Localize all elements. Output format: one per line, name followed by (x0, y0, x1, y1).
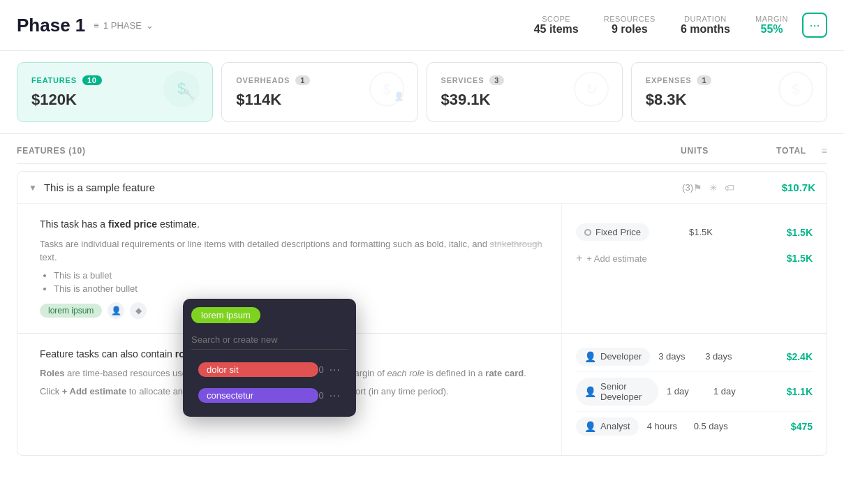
senior-developer-icon: 👤 (584, 386, 596, 397)
expenses-badge: 1 (697, 75, 711, 85)
features-section-title: FEATURES (10) (17, 146, 86, 156)
dropdown-active-tag[interactable]: lorem ipsum (191, 307, 260, 323)
analyst-cost: $475 (771, 421, 813, 432)
feature-chevron-icon: ▼ (29, 183, 37, 193)
analyst-badge: 👤 Analyst (576, 417, 639, 436)
dropdown-search-input[interactable] (191, 330, 348, 350)
role-analyst: 👤 Analyst 4 hours 0.5 days $475 (576, 411, 813, 441)
svg-text:$: $ (792, 82, 799, 97)
bullet-item: This is a bullet (54, 270, 547, 281)
cards-row: FEATURES 10 $120K $ 🔧 OVERHEADS 1 $114K … (0, 51, 844, 134)
margin-label: MARGIN (755, 15, 788, 23)
user-icon[interactable]: 👤 (108, 302, 124, 319)
tag-dropdown: lorem ipsum dolor sit 0 ··· consectetur … (183, 299, 356, 417)
services-card-icon: ↻ (573, 71, 609, 114)
col-total-label: TOTAL (736, 146, 806, 156)
consectetur-tag: consectetur (198, 388, 318, 403)
page-title: Phase 1 (17, 15, 85, 36)
consectetur-dots-icon[interactable]: ··· (330, 390, 341, 402)
dropdown-item-dolor[interactable]: dolor sit 0 ··· (191, 357, 348, 383)
flag-icon[interactable]: ⚑ (693, 182, 702, 193)
estimate-row: Fixed Price $1.5K $1.5K (576, 218, 813, 246)
dolor-count: 0 (318, 364, 323, 375)
senior-developer-label: Senior Developer (600, 381, 650, 402)
features-table-header: FEATURES (10) UNITS TOTAL ≡ (17, 134, 827, 164)
analyst-icon: 👤 (584, 421, 596, 432)
phase-list-icon: ≡ (94, 20, 99, 31)
estimate-amount: $1.5K (689, 227, 731, 237)
feature-row: ▼ This is a sample feature (3) ⚑ ✳ 🏷 $10… (17, 171, 827, 456)
stat-resources: RESOURCES 9 roles (604, 15, 656, 36)
overheads-card-icon: $👤 (369, 71, 405, 114)
task-fixed-price-content: This task has a fixed price estimate. Ta… (17, 204, 827, 333)
task-bullets: This is a bullet This is another bullet (54, 270, 547, 294)
bullet-item: This is another bullet (54, 283, 547, 294)
task-role-content: Feature tasks can also contain role esti… (17, 334, 827, 455)
chevron-down-icon: ⌄ (146, 20, 154, 31)
overheads-card[interactable]: OVERHEADS 1 $114K $👤 (221, 62, 417, 122)
duration-value: 6 months (681, 23, 730, 36)
expenses-card[interactable]: EXPENSES 1 $8.3K $ (631, 62, 827, 122)
duration-label: DURATION (681, 15, 730, 23)
svg-text:🔧: 🔧 (183, 89, 195, 101)
add-estimate-row[interactable]: + + Add estimate $1.5K (576, 246, 813, 270)
stat-margin: MARGIN 55% (755, 15, 788, 36)
add-estimate-button[interactable]: + + Add estimate (576, 252, 647, 265)
developer-cost: $2.4K (771, 351, 813, 362)
role-senior-developer: 👤 Senior Developer 1 day 1 day $1.1K (576, 371, 813, 411)
task-title: This task has a fixed price estimate. (40, 218, 547, 232)
dropdown-item-consectetur[interactable]: consectetur 0 ··· (191, 383, 348, 408)
features-badge: 10 (82, 75, 102, 85)
stat-duration: DURATION 6 months (681, 15, 730, 36)
task-tag[interactable]: lorem ipsum (40, 304, 102, 318)
page: Phase 1 ≡ 1 PHASE ⌄ SCOPE 45 items RESOU… (0, 0, 844, 504)
task-fixed-price: This task has a fixed price estimate. Ta… (17, 203, 827, 333)
asterisk-icon[interactable]: ✳ (709, 182, 718, 193)
fixed-price-badge: Fixed Price (576, 223, 649, 241)
resources-value: 9 roles (604, 23, 656, 36)
senior-developer-time1: 1 day (667, 386, 705, 396)
header-stats: SCOPE 45 items RESOURCES 9 roles DURATIO… (534, 15, 788, 36)
scope-value: 45 items (534, 23, 579, 36)
tag-icon[interactable]: 🏷 (725, 182, 734, 193)
features-card[interactable]: FEATURES 10 $120K $ 🔧 (17, 62, 213, 122)
phase-badge[interactable]: ≡ 1 PHASE ⌄ (94, 20, 154, 31)
consectetur-count: 0 (318, 390, 323, 401)
scope-label: SCOPE (534, 15, 579, 23)
feature-action-icons: ⚑ ✳ 🏷 (693, 182, 734, 193)
task-description: Tasks are individual requirements or lin… (40, 237, 547, 265)
developer-icon: 👤 (584, 351, 596, 362)
add-estimate-label: + Add estimate (586, 253, 646, 264)
developer-badge: 👤 Developer (576, 348, 650, 366)
feature-name: This is a sample feature (44, 181, 678, 193)
dolor-dots-icon[interactable]: ··· (330, 364, 341, 376)
phase-badge-label: 1 PHASE (103, 20, 142, 31)
margin-value: 55% (755, 23, 788, 36)
tag-diamond-icon[interactable]: ◆ (130, 302, 147, 319)
task-role-estimates: Feature tasks can also contain role esti… (17, 333, 827, 455)
features-card-icon: $ 🔧 (163, 71, 200, 114)
senior-developer-cost: $1.1K (771, 386, 813, 397)
analyst-time2: 0.5 days (694, 421, 743, 431)
expenses-card-icon: $ (778, 71, 814, 114)
features-section: FEATURES (10) UNITS TOTAL ≡ ▼ This is a … (0, 134, 844, 456)
plus-icon: + (576, 252, 582, 265)
overheads-badge: 1 (295, 75, 310, 85)
stat-scope: SCOPE 45 items (534, 15, 579, 36)
feature-header[interactable]: ▼ This is a sample feature (3) ⚑ ✳ 🏷 $10… (17, 172, 827, 203)
sort-icon[interactable]: ≡ (806, 145, 827, 156)
header-menu-button[interactable]: ··· (802, 13, 827, 38)
col-units-label: UNITS (653, 146, 736, 156)
fixed-price-dot (584, 229, 591, 236)
dolor-tag: dolor sit (198, 362, 318, 377)
services-card[interactable]: SERVICES 3 $39.1K ↻ (427, 62, 623, 122)
developer-time1: 3 days (658, 351, 697, 362)
analyst-label: Analyst (600, 421, 630, 431)
add-estimate-total: $1.5K (771, 253, 813, 264)
resources-label: RESOURCES (604, 15, 656, 23)
feature-total: $10.7K (746, 181, 815, 193)
role-developer: 👤 Developer 3 days 3 days $2.4K (576, 348, 813, 371)
task-role-panel: 👤 Developer 3 days 3 days $2.4K 👤 Senior… (561, 334, 827, 455)
analyst-time1: 4 hours (647, 421, 686, 431)
fixed-price-label: Fixed Price (595, 227, 641, 237)
